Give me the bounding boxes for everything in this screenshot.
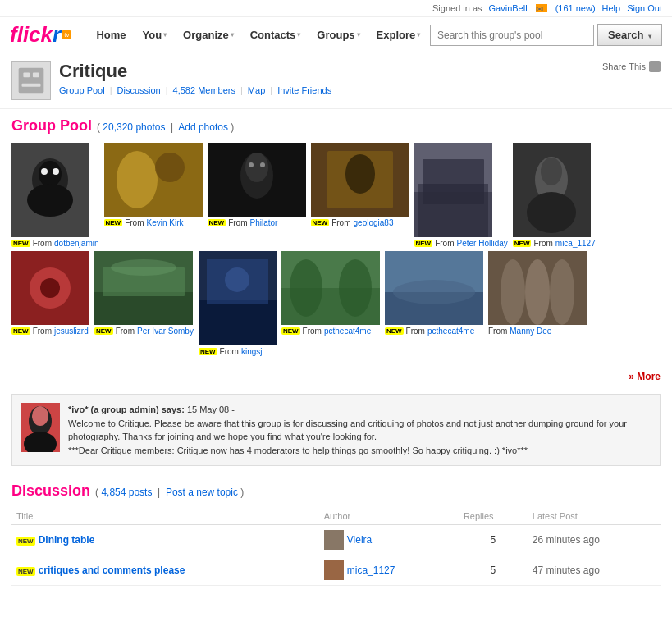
photo-row-1: NEW From dotbenjamin NEW From Kevin Kirk… (11, 143, 661, 248)
photo-image-9[interactable] (199, 251, 277, 345)
svg-point-49 (501, 259, 525, 325)
photo-cell-9: NEW From kingsj (199, 251, 277, 356)
photo-author-6[interactable]: mica_1127 (555, 239, 596, 248)
more-photos-link[interactable]: » More (629, 371, 661, 382)
share-this-button[interactable]: Share This (602, 61, 661, 72)
topic-link-0[interactable]: Dining table (39, 534, 95, 546)
photo-author-9[interactable]: kingsj (241, 347, 263, 356)
username-link[interactable]: GavinBell (489, 3, 528, 13)
svg-rect-1 (19, 68, 44, 94)
nav-you[interactable]: You ▾ (135, 24, 176, 46)
photo-image-1[interactable] (11, 143, 89, 237)
new-badge-5: NEW (414, 240, 433, 247)
photo-cell-12: From Manny Dee (488, 251, 587, 356)
photo-image-11[interactable] (385, 251, 483, 325)
group-discussion-link[interactable]: Discussion (117, 85, 161, 95)
search-area: Search ▾ (430, 24, 662, 46)
photo-author-1[interactable]: dotbenjamin (54, 239, 98, 248)
photo-image-10[interactable] (281, 251, 380, 325)
nav-groups[interactable]: Groups ▾ (309, 24, 368, 46)
nav-contacts[interactable]: Contacts ▾ (242, 24, 309, 46)
group-avatar (11, 61, 51, 100)
search-input[interactable] (430, 25, 594, 46)
svg-point-16 (245, 153, 268, 182)
logo-tv: tv (62, 30, 71, 39)
new-badge-8: NEW (94, 327, 113, 335)
group-members-link[interactable]: 4,582 Members (173, 85, 235, 95)
help-link[interactable]: Help (602, 3, 621, 13)
photo-caption-12: From Manny Dee (488, 327, 551, 336)
photo-author-11[interactable]: pcthecat4me (427, 327, 474, 336)
group-invite-link[interactable]: Invite Friends (277, 85, 331, 95)
discussion-table: Title Author Replies Latest Post NEWDini… (11, 508, 661, 586)
nav-explore[interactable]: Explore ▾ (368, 24, 429, 46)
photo-image-5[interactable] (414, 143, 492, 237)
group-map-link[interactable]: Map (248, 85, 265, 95)
latest-post-cell-1: 47 minutes ago (528, 555, 661, 586)
messages-link[interactable]: (161 new) (555, 3, 596, 13)
search-arrow-icon: ▾ (648, 33, 651, 40)
add-photos-link[interactable]: Add photos (178, 121, 228, 133)
photo-image-12[interactable] (488, 251, 587, 325)
photo-image-2[interactable] (104, 143, 203, 217)
photo-author-5[interactable]: Peter Holliday (457, 239, 508, 248)
photo-caption-7: NEW From jesuslizrd (11, 327, 89, 336)
photo-image-3[interactable] (208, 143, 306, 217)
group-pool-link[interactable]: Group Pool (59, 85, 105, 95)
author-link-0[interactable]: Vieira (324, 530, 454, 550)
photo-author-7[interactable]: jesuslizrd (54, 327, 89, 336)
photo-image-6[interactable] (513, 143, 591, 237)
latest-post-cell-0: 26 minutes ago (528, 525, 661, 555)
svg-point-7 (39, 161, 62, 187)
photo-author-2[interactable]: Kevin Kirk (147, 218, 184, 227)
photo-caption-3: NEW From Philator (208, 218, 278, 227)
photo-caption-10: NEW From pcthecat4me (281, 327, 371, 336)
topic-link-1[interactable]: critiques and comments please (39, 564, 185, 576)
svg-point-54 (32, 406, 48, 426)
main-nav: Home You ▾ Organize ▾ Contacts ▾ Groups … (88, 24, 430, 46)
site-logo[interactable]: flickr tv (10, 22, 71, 48)
admin-text-2: ***Dear Critique members: Critique now h… (68, 444, 651, 458)
svg-point-50 (525, 259, 550, 325)
new-badge-1: NEW (11, 240, 30, 247)
col-author: Author (319, 508, 459, 525)
photo-caption-1: NEW From dotbenjamin (11, 239, 99, 248)
pool-section: Group Pool ( 20,320 photos | Add photos … (0, 109, 672, 368)
svg-rect-3 (33, 72, 39, 77)
admin-author: *ivo* (a group admin) says: 15 May 08 - (68, 403, 651, 417)
nav-home[interactable]: Home (88, 24, 134, 46)
discussion-body: NEWDining tableVieira526 minutes agoNEWc… (11, 525, 661, 586)
new-badge-10: NEW (281, 327, 300, 335)
svg-point-29 (527, 192, 576, 233)
author-avatar-0 (324, 530, 344, 550)
photo-author-4[interactable]: geologia83 (354, 218, 394, 227)
new-badge-4: NEW (311, 219, 330, 226)
new-topic-link[interactable]: Post a new topic (166, 487, 238, 498)
discussion-row: NEWcritiques and comments pleasemica_112… (11, 555, 661, 586)
photo-cell-3: NEW From Philator (208, 143, 306, 248)
nav-organize[interactable]: Organize ▾ (175, 24, 242, 46)
photo-author-8[interactable]: Per Ivar Somby (137, 327, 194, 336)
group-info: Critique Group Pool | Discussion | 4,582… (11, 61, 331, 100)
photo-author-10[interactable]: pcthecat4me (324, 327, 371, 336)
admin-message-content: *ivo* (a group admin) says: 15 May 08 - … (68, 403, 651, 457)
discussion-title: Discussion ( 4,854 posts | Post a new to… (11, 482, 661, 500)
photo-author-12[interactable]: Manny Dee (510, 327, 551, 336)
photo-image-4[interactable] (311, 143, 409, 217)
search-button[interactable]: Search ▾ (597, 24, 662, 46)
photo-caption-11: NEW From pcthecat4me (385, 327, 474, 336)
author-link-1[interactable]: mica_1127 (324, 560, 454, 580)
sign-out-link[interactable]: Sign Out (627, 3, 662, 13)
photo-author-3[interactable]: Philator (250, 218, 278, 227)
photo-image-8[interactable] (94, 251, 193, 325)
svg-point-32 (40, 278, 60, 298)
new-badge-6: NEW (513, 240, 532, 247)
svg-rect-2 (23, 72, 30, 77)
photo-image-7[interactable] (11, 251, 89, 325)
new-badge-9: NEW (199, 348, 217, 355)
photo-count-link[interactable]: 20,320 photos (103, 121, 165, 133)
explore-arrow-icon: ▾ (417, 31, 420, 39)
post-count-link[interactable]: 4,854 posts (101, 487, 152, 498)
author-cell-0: Vieira (319, 525, 459, 555)
svg-point-10 (27, 184, 73, 217)
